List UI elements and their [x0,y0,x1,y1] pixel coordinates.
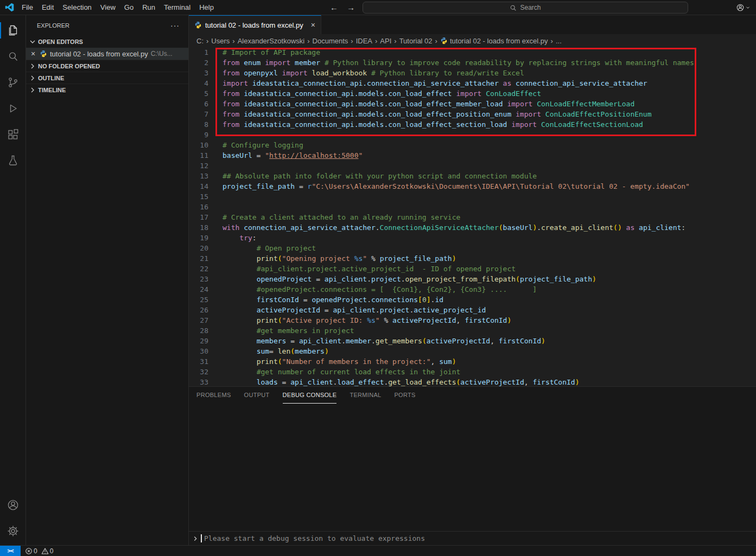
menu-selection[interactable]: Selection [58,0,96,15]
panel-tab-ports[interactable]: PORTS [394,387,415,404]
panel-tab-problems[interactable]: PROBLEMS [196,387,231,404]
remote-indicator[interactable]: >< [0,546,21,556]
code-line-5[interactable]: 5from ideastatica_connection_api.models.… [189,88,756,99]
activity-accounts[interactable] [0,492,26,518]
line-number[interactable]: 4 [189,78,223,88]
line-number[interactable]: 20 [189,243,223,253]
activity-extensions[interactable] [0,122,26,148]
line-number[interactable]: 16 [189,202,223,212]
back-arrow-icon[interactable]: ← [330,3,338,12]
code-line-14[interactable]: 14project_file_path = r"C:\Users\Alexand… [189,181,756,191]
line-number[interactable]: 27 [189,315,223,325]
code-line-3[interactable]: 3from openpyxl import load_workbook # Py… [189,68,756,78]
open-editor-item[interactable]: × tutorial 02 - loads from excel.py C:\U… [26,48,188,60]
section-no-folder-opened[interactable]: NO FOLDER OPENED [26,60,188,72]
line-number[interactable]: 21 [189,253,223,264]
close-icon[interactable]: × [29,49,37,58]
debug-console-output[interactable] [189,404,756,531]
breadcrumb-item[interactable]: AlexanderSzotkowski [238,37,305,45]
code-line-30[interactable]: 30 sum= len(members) [189,346,756,356]
section-open-editors[interactable]: OPEN EDITORS [26,36,188,48]
code-line-2[interactable]: 2from enum import member # Python librar… [189,57,756,68]
line-number[interactable]: 9 [189,130,223,140]
line-number[interactable]: 33 [189,377,223,386]
debug-console-input[interactable]: Please start a debug session to evaluate… [189,531,756,545]
line-number[interactable]: 28 [189,325,223,336]
panel-tab-output[interactable]: OUTPUT [244,387,270,404]
activity-run-debug[interactable] [0,95,26,122]
menu-help[interactable]: Help [195,0,218,15]
code-line-18[interactable]: 18with connection_api_service_attacher.C… [189,222,756,233]
line-number[interactable]: 5 [189,88,223,99]
breadcrumb-item[interactable]: ... [556,37,562,45]
activity-explorer[interactable] [0,17,26,43]
code-line-7[interactable]: 7from ideastatica_connection_api.models.… [189,109,756,119]
breadcrumb-item[interactable]: tutorial 02 - loads from excel.py [440,37,548,45]
line-number[interactable]: 30 [189,346,223,356]
activity-search[interactable] [0,43,26,69]
code-line-20[interactable]: 20 # Open project [189,243,756,253]
line-number[interactable]: 8 [189,119,223,130]
line-number[interactable]: 2 [189,57,223,68]
line-number[interactable]: 15 [189,191,223,202]
close-icon[interactable]: × [311,21,315,29]
code-line-15[interactable]: 15 [189,191,756,202]
code-line-8[interactable]: 8from ideastatica_connection_api.models.… [189,119,756,130]
menu-go[interactable]: Go [120,0,138,15]
panel-tab-terminal[interactable]: TERMINAL [350,387,381,404]
line-number[interactable]: 23 [189,274,223,284]
line-number[interactable]: 3 [189,68,223,78]
code-line-6[interactable]: 6from ideastatica_connection_api.models.… [189,99,756,109]
code-line-19[interactable]: 19 try: [189,233,756,243]
code-editor[interactable]: 1# Import of API package2from enum impor… [189,47,756,386]
section-outline[interactable]: OUTLINE [26,72,188,84]
line-number[interactable]: 22 [189,264,223,274]
line-number[interactable]: 12 [189,161,223,171]
breadcrumb-item[interactable]: Users [211,37,230,45]
line-number[interactable]: 1 [189,47,223,57]
code-line-17[interactable]: 17# Create a client attached to an alrea… [189,212,756,222]
code-line-9[interactable]: 9 [189,130,756,140]
code-line-28[interactable]: 28 #get members in project [189,325,756,336]
line-number[interactable]: 11 [189,150,223,161]
line-number[interactable]: 26 [189,305,223,315]
code-line-1[interactable]: 1# Import of API package [189,47,756,57]
more-actions-icon[interactable]: ··· [170,21,180,30]
code-line-27[interactable]: 27 print("Active project ID: %s" % activ… [189,315,756,325]
code-line-25[interactable]: 25 firstConId = openedProject.connection… [189,295,756,305]
menu-run[interactable]: Run [138,0,160,15]
tab-file[interactable]: tutorial 02 - loads from excel.py × [189,15,321,34]
code-line-22[interactable]: 22 #api_client.project.active_project_id… [189,264,756,274]
code-line-12[interactable]: 12 [189,161,756,171]
activity-source-control[interactable] [0,69,26,95]
code-line-32[interactable]: 32 #get number of current load effects i… [189,367,756,377]
menu-view[interactable]: View [96,0,120,15]
line-number[interactable]: 17 [189,212,223,222]
accounts-menu[interactable] [736,0,751,15]
breadcrumb-item[interactable]: Documents [313,37,348,45]
line-number[interactable]: 13 [189,171,223,181]
section-timeline[interactable]: TIMELINE [26,84,188,95]
menu-terminal[interactable]: Terminal [160,0,195,15]
line-number[interactable]: 24 [189,284,223,295]
code-line-13[interactable]: 13## Absolute path into folder with your… [189,171,756,181]
code-line-33[interactable]: 33 loads = api_client.load_effect.get_lo… [189,377,756,386]
forward-arrow-icon[interactable]: → [347,3,355,12]
line-number[interactable]: 18 [189,222,223,233]
code-line-21[interactable]: 21 print("Opening project %s" % project_… [189,253,756,264]
code-line-31[interactable]: 31 print("Number of members in the proje… [189,356,756,367]
code-line-10[interactable]: 10# Configure logging [189,140,756,150]
breadcrumb-item[interactable]: IDEA [356,37,372,45]
code-line-24[interactable]: 24 #openedProject.connections = [ {Con1}… [189,284,756,295]
breadcrumb-item[interactable]: Tutorial 02 [399,37,433,45]
line-number[interactable]: 29 [189,336,223,346]
code-line-26[interactable]: 26 activeProjectId = api_client.project.… [189,305,756,315]
breadcrumb-item[interactable]: API [380,37,391,45]
line-number[interactable]: 7 [189,109,223,119]
line-number[interactable]: 14 [189,181,223,191]
code-line-4[interactable]: 4import ideastatica_connection_api.conne… [189,78,756,88]
breadcrumb-item[interactable]: C: [196,37,204,45]
menu-edit[interactable]: Edit [37,0,58,15]
code-line-29[interactable]: 29 members = api_client.member.get_membe… [189,336,756,346]
line-number[interactable]: 10 [189,140,223,150]
